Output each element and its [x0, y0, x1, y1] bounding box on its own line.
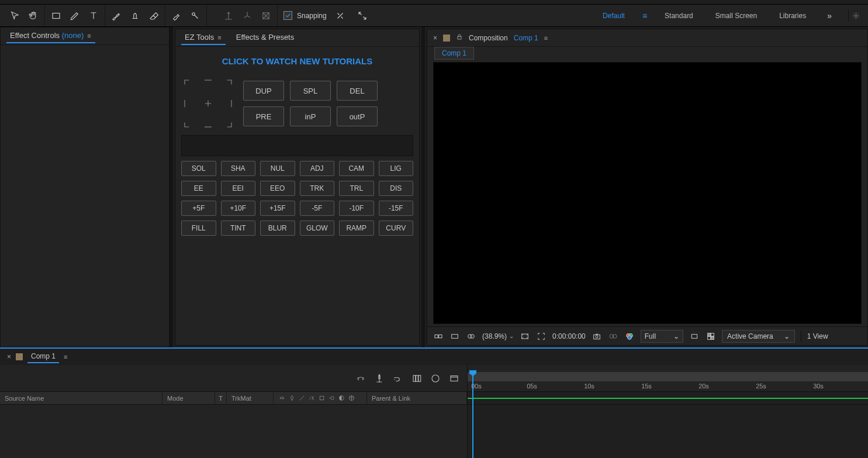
panel-menu-icon[interactable]: ≡ — [64, 353, 68, 360]
ez-trl-button[interactable]: TRL — [339, 181, 374, 196]
column-switches[interactable] — [274, 392, 367, 404]
world-axis-icon[interactable] — [238, 7, 256, 25]
hand-tool-icon[interactable] — [25, 7, 42, 25]
toggle-transparency-icon[interactable] — [449, 331, 460, 342]
ez-tutorials-link[interactable]: CLICK TO WATCH NEW TUTORIALS — [181, 53, 413, 72]
ez-trk-button[interactable]: TRK — [300, 181, 335, 196]
ez-sol-button[interactable]: SOL — [181, 161, 216, 176]
snap-collapse-icon[interactable] — [331, 7, 349, 25]
time-ruler[interactable]: 00s 05s 10s 15s 20s 25s 30s — [468, 365, 868, 392]
snap-expand-icon[interactable] — [354, 7, 371, 25]
resolution-dropdown[interactable]: Full⌄ — [641, 330, 683, 343]
safe-zones-icon[interactable] — [520, 331, 530, 342]
ez-pre-button[interactable]: PRE — [243, 106, 284, 126]
brush-tool-icon[interactable] — [108, 7, 125, 25]
effects-presets-tab[interactable]: Effects & Presets — [233, 30, 298, 45]
workspace-default[interactable]: Default — [598, 9, 630, 22]
ez-adj-button[interactable]: ADJ — [300, 161, 335, 176]
ez-cam-button[interactable]: CAM — [339, 161, 374, 176]
ez-glow-button[interactable]: GLOW — [300, 221, 335, 236]
color-management-icon[interactable] — [624, 331, 635, 342]
ez-ramp-button[interactable]: RAMP — [339, 221, 374, 236]
close-tab-icon[interactable]: × — [7, 353, 11, 361]
ez-dis-button[interactable]: DIS — [379, 181, 414, 196]
column-t[interactable]: T — [215, 392, 227, 404]
local-axis-icon[interactable] — [220, 7, 237, 25]
frame-blend-icon[interactable] — [374, 373, 385, 384]
transparency-grid-icon[interactable] — [706, 331, 716, 342]
fast-previews-icon[interactable] — [689, 331, 700, 342]
motion-blur-icon[interactable] — [392, 373, 404, 384]
composition-viewer[interactable] — [433, 62, 862, 324]
ez-sha-button[interactable]: SHA — [221, 161, 256, 176]
ez-minus10f-button[interactable]: -10F — [339, 201, 374, 216]
ez-blur-button[interactable]: BLUR — [260, 221, 295, 236]
puppet-pin-tool-icon[interactable] — [186, 7, 204, 25]
draft-3d-icon[interactable] — [430, 373, 441, 384]
workspace-overflow-icon[interactable]: » — [824, 11, 835, 20]
clone-stamp-tool-icon[interactable] — [126, 7, 144, 25]
toggle-mask-icon[interactable] — [466, 331, 476, 342]
region-of-interest-icon[interactable] — [536, 331, 547, 342]
ez-plus15f-button[interactable]: +15F — [260, 201, 295, 216]
ez-search-input[interactable] — [181, 135, 413, 156]
breadcrumb-item[interactable]: Comp 1 — [434, 47, 474, 60]
composition-name[interactable]: Comp 1 — [514, 34, 538, 42]
panel-menu-icon[interactable]: ≡ — [87, 32, 91, 39]
panel-menu-icon[interactable]: ≡ — [544, 35, 548, 42]
workspace-libraries[interactable]: Libraries — [774, 9, 811, 22]
ez-nul-button[interactable]: NUL — [260, 161, 295, 176]
close-tab-icon[interactable]: × — [433, 34, 437, 42]
ez-outp-button[interactable]: outP — [337, 106, 378, 126]
current-timecode[interactable]: 0:00:00:00 — [552, 332, 586, 340]
ez-eei-button[interactable]: EEI — [221, 181, 256, 196]
ez-fill-button[interactable]: FILL — [181, 221, 216, 236]
playhead[interactable] — [472, 371, 473, 458]
workspace-menu-icon[interactable]: ≡ — [642, 11, 647, 20]
workspace-small-screen[interactable]: Small Screen — [711, 9, 762, 22]
camera-dropdown[interactable]: Active Camera⌄ — [722, 330, 795, 343]
column-source[interactable]: Source Name — [0, 392, 162, 404]
roto-brush-tool-icon[interactable] — [168, 7, 185, 25]
effect-controls-tab[interactable]: Effect Controls (none) ≡ — [6, 29, 95, 43]
settings-gear-icon[interactable] — [848, 10, 860, 22]
graph-editor-icon[interactable] — [411, 373, 423, 384]
zoom-dropdown[interactable]: (38.9%) ⌄ — [482, 332, 514, 340]
type-tool-icon[interactable] — [85, 7, 102, 25]
column-trkmat[interactable]: TrkMat — [227, 392, 274, 404]
ez-plus10f-button[interactable]: +10F — [221, 201, 256, 216]
ez-plus5f-button[interactable]: +5F — [181, 201, 216, 216]
snapping-checkbox[interactable] — [283, 11, 292, 20]
ez-del-button[interactable]: DEL — [337, 81, 378, 101]
snapshot-icon[interactable] — [592, 331, 602, 342]
panel-menu-icon[interactable]: ≡ — [217, 34, 222, 41]
column-parent[interactable]: Parent & Link — [367, 392, 467, 404]
ez-minus15f-button[interactable]: -15F — [379, 201, 414, 216]
ez-eeo-button[interactable]: EEO — [260, 181, 295, 196]
view-axis-icon[interactable] — [257, 7, 275, 25]
timeline-tab[interactable]: Comp 1 — [27, 350, 59, 363]
ez-spl-button[interactable]: SPL — [290, 81, 331, 101]
ez-lig-button[interactable]: LIG — [379, 161, 414, 176]
ez-curv-button[interactable]: CURV — [379, 221, 414, 236]
rectangle-tool-icon[interactable] — [47, 7, 65, 25]
eraser-tool-icon[interactable] — [145, 7, 162, 25]
always-preview-icon[interactable] — [433, 331, 444, 342]
pen-tool-icon[interactable] — [66, 7, 84, 25]
ez-dup-button[interactable]: DUP — [243, 81, 284, 101]
views-dropdown[interactable]: 1 View — [807, 332, 828, 340]
timeline-layer-area[interactable] — [0, 405, 467, 458]
ez-tint-button[interactable]: TINT — [221, 221, 256, 236]
workspace-standard[interactable]: Standard — [660, 9, 698, 22]
anchor-point-grid[interactable] — [181, 77, 235, 130]
render-icon[interactable] — [448, 373, 460, 384]
timeline-track-area[interactable]: 00s 05s 10s 15s 20s 25s 30s — [468, 365, 868, 458]
ez-ee-button[interactable]: EE — [181, 181, 216, 196]
show-channel-icon[interactable] — [608, 331, 618, 342]
ez-tools-tab[interactable]: EZ Tools ≡ — [181, 30, 226, 45]
column-mode[interactable]: Mode — [162, 392, 215, 404]
selection-tool-icon[interactable] — [6, 7, 23, 25]
shy-toggle-icon[interactable] — [355, 373, 366, 384]
ez-inp-button[interactable]: inP — [290, 106, 331, 126]
ez-minus5f-button[interactable]: -5F — [300, 201, 335, 216]
